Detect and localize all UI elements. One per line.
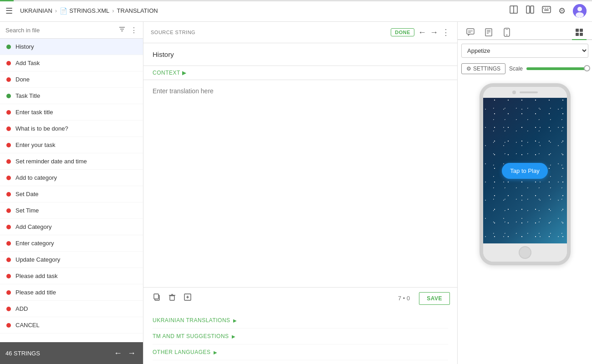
sidebar-item-label: Set Time (15, 207, 39, 214)
phone-screen[interactable]: Tap to Play (483, 98, 567, 243)
phone-speaker (520, 91, 538, 93)
search-icons: ⋮ (118, 25, 138, 35)
svg-rect-17 (154, 294, 158, 299)
string-status-dot (6, 258, 11, 262)
sidebar-item[interactable]: Add to category (0, 170, 143, 186)
sidebar-item[interactable]: Set Time (0, 202, 143, 219)
translation-section-row[interactable]: UKRAINIAN TRANSLATIONS▶ (153, 313, 448, 329)
prev-string-button[interactable]: ← (112, 347, 124, 360)
layout-icon-1[interactable] (509, 5, 518, 16)
breadcrumb-ukrainian: UKRAINIAN (20, 7, 52, 14)
delete-button[interactable] (166, 291, 178, 305)
phone-camera (512, 91, 516, 94)
string-status-dot (6, 274, 11, 278)
string-status-dot (6, 45, 11, 49)
sidebar-item-label: Done (15, 76, 30, 83)
tab-details[interactable] (481, 25, 496, 40)
sidebar-item[interactable]: Done (0, 71, 143, 88)
string-status-dot (6, 77, 11, 82)
breadcrumb-sep-2: › (112, 7, 114, 14)
sidebar-item[interactable]: Add Category (0, 219, 143, 235)
string-status-dot (6, 110, 11, 115)
sidebar-item[interactable]: Task Title (0, 88, 143, 104)
sidebar-item[interactable]: History (0, 39, 143, 55)
translation-input[interactable] (153, 87, 448, 133)
sidebar-item[interactable]: CANCEL (0, 317, 143, 334)
tab-comments[interactable] (463, 25, 478, 40)
next-source-button[interactable]: → (430, 28, 438, 37)
translation-section-row[interactable]: OTHER LANGUAGES▶ (153, 344, 448, 360)
translation-section-row[interactable]: TM AND MT SUGGESTIONS▶ (153, 329, 448, 344)
phone-preview-wrap: Tap to Play (461, 80, 588, 360)
expand-button[interactable] (182, 291, 194, 305)
progress-fill (0, 0, 14, 1)
phone-home-button[interactable] (519, 246, 531, 259)
string-status-dot (6, 126, 11, 131)
copy-source-button[interactable] (151, 291, 163, 305)
sidebar-item[interactable]: Enter your task (0, 137, 143, 153)
scale-bar (526, 67, 588, 70)
sidebar-item[interactable]: Set reminder date and time (0, 153, 143, 170)
breadcrumb: UKRAINIAN › 📄 STRINGS.XML › TRANSLATION (20, 7, 158, 15)
sidebar-item[interactable]: Add Task (0, 55, 143, 71)
settings-button[interactable]: ⚙ SETTINGS (461, 63, 505, 74)
menu-icon[interactable]: ☰ (5, 6, 13, 16)
file-icon: 📄 (60, 7, 67, 15)
avatar[interactable] (573, 4, 587, 18)
sidebar-item[interactable]: Enter task title (0, 104, 143, 121)
prev-source-button[interactable]: ← (418, 28, 426, 37)
source-string-label: SOURCE STRING (151, 30, 387, 35)
svg-rect-27 (485, 29, 492, 36)
center-panel: SOURCE STRING DONE ← → ⋮ History CONTEXT… (143, 22, 458, 364)
context-link[interactable]: CONTEXT ▶ (153, 70, 448, 76)
tab-preview[interactable] (572, 25, 587, 40)
sections-area: UKRAINIAN TRANSLATIONS▶TM AND MT SUGGEST… (143, 309, 457, 364)
progress-bar (0, 0, 592, 1)
section-label: TM AND MT SUGGESTIONS (153, 333, 229, 339)
sidebar-item[interactable]: Please add task (0, 268, 143, 284)
appetize-select[interactable]: Appetize (461, 44, 588, 58)
tap-to-play-button[interactable]: Tap to Play (502, 163, 547, 179)
next-string-button[interactable]: → (126, 347, 138, 360)
sidebar-item[interactable]: Please add title (0, 284, 143, 301)
right-panel: Appetize ⚙ SETTINGS Scale (458, 22, 592, 364)
context-bar: CONTEXT ▶ (143, 66, 457, 80)
done-badge: DONE (391, 28, 414, 36)
save-button[interactable]: SAVE (419, 292, 450, 305)
svg-rect-34 (576, 29, 579, 32)
scale-label: Scale (509, 66, 523, 72)
sidebar-item[interactable]: What is to be done? (0, 121, 143, 137)
sidebar-item[interactable]: ADD (0, 301, 143, 317)
string-status-dot (6, 290, 11, 295)
source-more-icon[interactable]: ⋮ (442, 27, 450, 37)
filter-icon[interactable] (118, 25, 126, 35)
right-panel-content: Appetize ⚙ SETTINGS Scale (458, 40, 592, 364)
breadcrumb-filename: STRINGS.XML (69, 7, 109, 14)
translation-area (143, 80, 457, 287)
breadcrumb-file: 📄 STRINGS.XML (60, 7, 109, 15)
settings-icon[interactable]: ⚙ (558, 6, 566, 16)
char-count: 7 • 0 (398, 295, 410, 302)
keyboard-icon[interactable] (542, 6, 551, 15)
svg-rect-35 (580, 29, 583, 32)
scale-thumb[interactable] (584, 65, 590, 71)
breadcrumb-sep-1: › (55, 7, 57, 14)
svg-rect-24 (467, 29, 474, 34)
svg-rect-36 (576, 33, 579, 36)
settings-scale-row: ⚙ SETTINGS Scale (461, 63, 588, 74)
more-icon[interactable]: ⋮ (130, 26, 138, 35)
tab-phone[interactable] (500, 25, 514, 40)
search-input[interactable] (5, 27, 115, 34)
sidebar-item[interactable]: Update Category (0, 252, 143, 268)
sidebar-item[interactable]: Enter category (0, 235, 143, 252)
settings-button-icon: ⚙ (466, 66, 471, 72)
layout-icon-2[interactable] (526, 5, 535, 16)
sidebar-item[interactable]: Set Date (0, 186, 143, 202)
sidebar: ⋮ HistoryAdd TaskDoneTask TitleEnter tas… (0, 22, 143, 364)
source-text: History (153, 51, 174, 58)
sidebar-list: HistoryAdd TaskDoneTask TitleEnter task … (0, 39, 143, 334)
phone-bottom (483, 243, 567, 262)
svg-point-32 (506, 35, 507, 35)
sidebar-item-label: ADD (15, 305, 28, 312)
sidebar-list-wrap: HistoryAdd TaskDoneTask TitleEnter task … (0, 39, 143, 342)
